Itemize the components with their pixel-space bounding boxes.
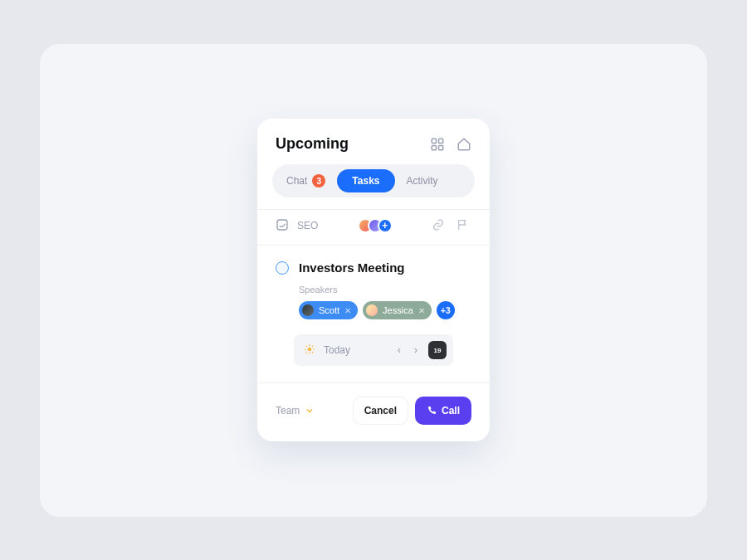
- header-actions: [430, 137, 471, 152]
- cancel-label: Cancel: [364, 405, 397, 416]
- tab-tasks-label: Tasks: [352, 175, 379, 187]
- svg-rect-4: [277, 220, 287, 230]
- cancel-button[interactable]: Cancel: [353, 397, 408, 425]
- tab-chat-label: Chat: [286, 175, 307, 187]
- sun-icon: [304, 343, 315, 358]
- svg-line-12: [306, 352, 307, 353]
- call-button[interactable]: Call: [415, 397, 471, 425]
- chevron-down-icon: [305, 406, 315, 416]
- home-icon[interactable]: [456, 137, 471, 152]
- task-item: Investors Meeting Speakers Scott ✕ Jessi…: [257, 246, 490, 366]
- remove-icon[interactable]: ✕: [418, 306, 425, 315]
- chip-label: Jessica: [383, 305, 413, 315]
- card-header: Upcoming: [257, 119, 490, 164]
- avatar: [366, 304, 378, 316]
- phone-icon: [427, 406, 437, 416]
- next-day-button[interactable]: ›: [412, 344, 420, 356]
- tabs-container: Chat 3 Tasks Activity: [257, 164, 490, 209]
- remove-icon[interactable]: ✕: [344, 306, 351, 315]
- svg-rect-3: [439, 145, 443, 149]
- date-label: Today: [324, 344, 387, 356]
- tab-activity-label: Activity: [407, 175, 438, 187]
- member-avatars: +: [358, 218, 393, 233]
- call-label: Call: [442, 405, 460, 416]
- speaker-more-count[interactable]: +3: [437, 301, 455, 319]
- speaker-chip-jessica[interactable]: Jessica ✕: [363, 301, 432, 319]
- avatar: [302, 304, 314, 316]
- task-title: Investors Meeting: [299, 261, 405, 275]
- category-left: SEO: [276, 218, 318, 233]
- upcoming-card: Upcoming Chat 3: [257, 119, 490, 441]
- category-label: SEO: [297, 220, 318, 231]
- stage-frame: Upcoming Chat 3: [40, 44, 707, 517]
- speaker-chips: Scott ✕ Jessica ✕ +3: [299, 301, 471, 319]
- svg-rect-2: [432, 145, 436, 149]
- task-header: Investors Meeting: [276, 261, 471, 275]
- tab-chat[interactable]: Chat 3: [276, 168, 335, 193]
- team-label: Team: [276, 405, 300, 416]
- category-actions: [432, 218, 471, 233]
- calendar-day-badge[interactable]: 19: [428, 341, 447, 359]
- add-member-button[interactable]: +: [378, 218, 393, 233]
- chat-badge: 3: [312, 174, 325, 187]
- date-selector: Today ‹ › 19: [294, 334, 453, 366]
- category-icon: [276, 218, 290, 233]
- tabs: Chat 3 Tasks Activity: [272, 164, 475, 197]
- chip-label: Scott: [319, 305, 339, 315]
- card-footer: Team Cancel Call: [257, 382, 490, 441]
- flag-icon[interactable]: [456, 218, 471, 233]
- grid-icon[interactable]: [430, 137, 445, 152]
- prev-day-button[interactable]: ‹: [395, 344, 403, 356]
- tab-tasks[interactable]: Tasks: [337, 169, 394, 192]
- svg-rect-1: [439, 139, 443, 143]
- team-dropdown[interactable]: Team: [276, 405, 315, 416]
- svg-line-10: [306, 345, 307, 346]
- svg-point-5: [308, 347, 312, 351]
- speakers-label: Speakers: [299, 285, 471, 295]
- svg-rect-0: [432, 139, 436, 143]
- category-row: SEO +: [257, 209, 490, 246]
- svg-line-11: [312, 352, 313, 353]
- svg-line-13: [312, 345, 313, 346]
- task-checkbox[interactable]: [276, 261, 289, 275]
- tab-activity[interactable]: Activity: [397, 169, 448, 192]
- page-title: Upcoming: [276, 135, 349, 153]
- speaker-chip-scott[interactable]: Scott ✕: [299, 301, 358, 319]
- link-icon[interactable]: [432, 218, 447, 233]
- footer-actions: Cancel Call: [353, 397, 471, 425]
